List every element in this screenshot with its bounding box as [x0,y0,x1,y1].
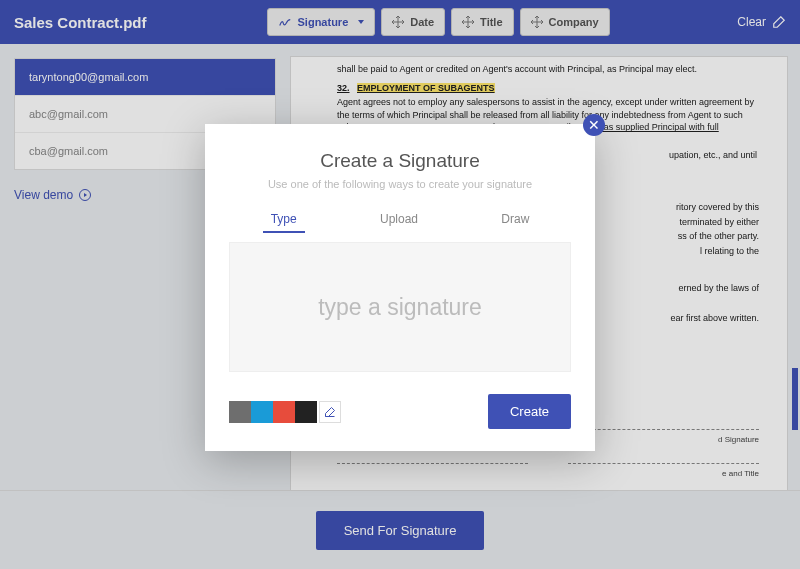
color-swatches [229,401,341,423]
tab-draw[interactable]: Draw [493,208,537,232]
close-icon: ✕ [588,117,600,133]
signature-input-area[interactable]: type a signature [229,242,571,372]
color-swatch-gray[interactable] [229,401,251,423]
create-signature-button[interactable]: Create [488,394,571,429]
eraser-icon [324,406,336,418]
signature-placeholder: type a signature [318,294,482,321]
tab-type[interactable]: Type [263,208,305,232]
modal-overlay[interactable]: ✕ Create a Signature Use one of the foll… [0,0,800,569]
create-signature-modal: ✕ Create a Signature Use one of the foll… [205,124,595,451]
modal-title: Create a Signature [229,150,571,172]
color-swatch-blue[interactable] [251,401,273,423]
modal-footer: Create [229,394,571,429]
color-swatch-black[interactable] [295,401,317,423]
modal-close-button[interactable]: ✕ [583,114,605,136]
color-swatch-red[interactable] [273,401,295,423]
modal-subtitle: Use one of the following ways to create … [229,178,571,190]
modal-tabs: Type Upload Draw [229,208,571,232]
eraser-button[interactable] [319,401,341,423]
tab-upload[interactable]: Upload [372,208,426,232]
